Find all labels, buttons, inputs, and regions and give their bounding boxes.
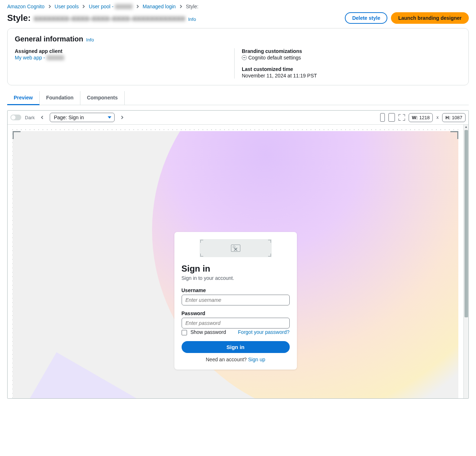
width-value: 1218	[419, 115, 430, 120]
vertical-scrollbar[interactable]: ▲	[463, 125, 468, 398]
page-select[interactable]: Page: Sign in	[50, 113, 115, 122]
preview-frame: Sign in Sign in to your account. Usernam…	[13, 131, 458, 398]
breadcrumb: Amazon Cognito User pools User pool - xx…	[0, 0, 476, 11]
preview-panel: Dark Page: Sign in W: 1218 x H: 1087	[7, 110, 469, 399]
page-header: Style: xxxxxxxx-xxxx-xxxx-xxxx-xxxxxxxxx…	[0, 11, 476, 28]
chevron-right-icon	[135, 4, 140, 9]
dim-separator: x	[436, 115, 439, 120]
signin-subtitle: Sign in to your account.	[182, 275, 290, 281]
width-input[interactable]: W: 1218	[409, 113, 433, 122]
forgot-password-link[interactable]: Forgot your password?	[238, 329, 289, 335]
tab-preview[interactable]: Preview	[7, 91, 40, 105]
assigned-app-client-link[interactable]: My web app - xxxxxxs	[15, 55, 64, 61]
delete-style-button[interactable]: Delete style	[345, 12, 387, 24]
tab-foundation[interactable]: Foundation	[40, 91, 80, 105]
height-value: 1087	[452, 115, 462, 120]
launch-branding-button[interactable]: Launch branding designer	[391, 12, 469, 24]
preview-canvas: Sign in Sign in to your account. Usernam…	[8, 125, 468, 398]
frame-corner-tl	[13, 131, 21, 139]
style-id: xxxxxxxx-xxxx-xxxx-xxxx-xxxxxxxxxxxx	[34, 14, 185, 23]
next-page-button[interactable]	[118, 113, 126, 121]
height-label: H:	[445, 115, 450, 120]
show-password-label: Show password	[190, 329, 226, 335]
assigned-app-prefix: My web app -	[15, 55, 46, 61]
tablet-preview-icon[interactable]	[388, 113, 395, 122]
general-info-title: General information	[15, 35, 83, 43]
fullscreen-icon[interactable]	[399, 114, 405, 121]
tabs: Preview Foundation Components	[7, 91, 469, 105]
assigned-app-id: xxxxxxs	[46, 55, 64, 61]
breadcrumb-current: Style:	[186, 4, 199, 9]
height-input[interactable]: H: 1087	[442, 113, 466, 122]
breadcrumb-userpools[interactable]: User pools	[55, 4, 79, 9]
general-info-link[interactable]: Info	[86, 37, 94, 43]
chevron-right-icon	[179, 4, 183, 9]
signup-link[interactable]: Sign up	[248, 357, 265, 362]
minus-circle-icon	[242, 55, 247, 60]
need-account-text: Need an account?	[206, 357, 248, 362]
phone-preview-icon[interactable]	[380, 113, 385, 122]
branding-status: Cognito default settings	[248, 55, 301, 61]
header-info-link[interactable]: Info	[188, 17, 196, 22]
password-input[interactable]	[182, 318, 290, 328]
last-customized-label: Last customized time	[242, 66, 461, 72]
assigned-app-client-label: Assigned app client	[15, 48, 234, 54]
scroll-up-arrow[interactable]: ▲	[464, 125, 468, 129]
show-password-row[interactable]: Show password	[182, 329, 226, 335]
preview-toolbar: Dark Page: Sign in W: 1218 x H: 1087	[8, 111, 468, 125]
image-icon	[231, 245, 240, 252]
signin-title: Sign in	[182, 264, 290, 274]
logo-placeholder	[200, 239, 272, 257]
signin-button[interactable]: Sign in	[182, 341, 290, 353]
last-customized-value: November 11, 2024 at 11:19 PST	[242, 73, 461, 79]
tab-components[interactable]: Components	[80, 91, 125, 105]
breadcrumb-cognito[interactable]: Amazon Cognito	[7, 4, 45, 9]
show-password-checkbox[interactable]	[182, 330, 187, 335]
dark-mode-toggle[interactable]	[10, 115, 21, 120]
prev-page-button[interactable]	[38, 113, 46, 121]
dark-mode-label: Dark	[25, 115, 35, 120]
branding-label: Branding customizations	[242, 48, 461, 54]
username-label: Username	[182, 287, 290, 293]
chevron-right-icon	[48, 4, 52, 9]
username-input[interactable]	[182, 295, 290, 305]
breadcrumb-managed-login[interactable]: Managed login	[143, 4, 176, 9]
frame-corner-tr	[450, 131, 458, 139]
chevron-right-icon	[81, 4, 86, 9]
breadcrumb-userpool-id: xxxxxxx	[115, 4, 133, 9]
page-title-prefix: Style:	[7, 13, 31, 23]
password-label: Password	[182, 310, 290, 316]
scroll-thumb[interactable]	[464, 130, 468, 317]
width-label: W:	[412, 115, 418, 120]
breadcrumb-userpool[interactable]: User pool - xxxxxxx	[89, 4, 132, 9]
signin-card: Sign in Sign in to your account. Usernam…	[174, 232, 297, 370]
general-info-panel: General information Info Assigned app cl…	[7, 28, 469, 85]
breadcrumb-userpool-label: User pool -	[89, 4, 113, 9]
